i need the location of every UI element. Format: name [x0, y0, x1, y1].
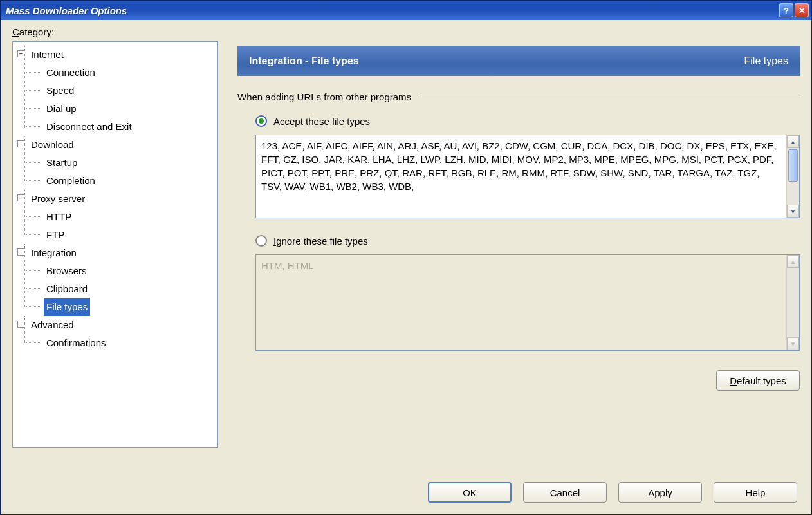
tree-node-ftp[interactable]: FTP — [44, 226, 215, 244]
section-crumb: File types — [744, 55, 788, 67]
scrollbar[interactable]: ▲ ▼ — [786, 135, 799, 218]
tree-node-confirmations[interactable]: Confirmations — [44, 334, 215, 352]
tree-node-clipboard[interactable]: Clipboard — [44, 280, 215, 298]
radio-icon[interactable] — [255, 115, 267, 127]
radio-ignore-label: Ignore these file types — [273, 236, 368, 247]
tree-node-dialup[interactable]: Dial up — [44, 100, 215, 118]
scroll-track[interactable] — [787, 183, 799, 205]
default-types-button[interactable]: Default types — [716, 370, 800, 391]
collapse-icon[interactable]: − — [17, 140, 24, 147]
group-label: When adding URLs from other programs — [237, 91, 411, 102]
group-label-row: When adding URLs from other programs — [237, 91, 800, 102]
scroll-up-icon[interactable]: ▲ — [787, 135, 799, 148]
ok-button[interactable]: OK — [428, 482, 512, 503]
main-row: − Internet Connection Speed Dial up Disc… — [12, 41, 800, 472]
tree-node-browsers[interactable]: Browsers — [44, 262, 215, 280]
scroll-up-icon: ▲ — [787, 255, 799, 268]
scroll-thumb[interactable] — [788, 149, 798, 182]
collapse-icon[interactable]: − — [17, 194, 24, 201]
tree-node-integration[interactable]: − Integration — [15, 244, 215, 262]
tree-node-startup[interactable]: Startup — [44, 154, 215, 172]
radio-accept-label: Accept these file types — [273, 116, 370, 127]
help-icon[interactable]: ? — [779, 3, 793, 17]
ignore-textbox-wrap: HTM, HTML ▲ ▼ — [255, 254, 800, 351]
collapse-icon[interactable]: − — [17, 50, 24, 57]
titlebar: Mass Downloader Options ? ✕ — [1, 1, 811, 20]
scroll-down-icon[interactable]: ▼ — [787, 205, 799, 218]
content-panel: Integration - File types File types When… — [237, 41, 800, 472]
radio-icon[interactable] — [255, 235, 267, 247]
section-title: Integration - File types — [249, 55, 744, 67]
scroll-down-icon: ▼ — [787, 337, 799, 350]
radio-ignore[interactable]: Ignore these file types — [255, 235, 800, 247]
titlebar-buttons: ? ✕ — [779, 3, 809, 17]
tree-node-internet[interactable]: − Internet — [15, 46, 215, 64]
collapse-icon[interactable]: − — [17, 321, 24, 328]
section-header: Integration - File types File types — [237, 46, 800, 76]
tree-node-connection[interactable]: Connection — [44, 64, 215, 82]
options-window: Mass Downloader Options ? ✕ Category: − … — [0, 0, 812, 515]
tree-node-advanced[interactable]: − Advanced — [15, 316, 215, 334]
category-tree[interactable]: − Internet Connection Speed Dial up Disc… — [12, 41, 218, 448]
dialog-buttons: OK Cancel Apply Help — [12, 472, 800, 514]
scrollbar-disabled: ▲ ▼ — [786, 255, 799, 350]
window-title: Mass Downloader Options — [6, 5, 779, 16]
help-button[interactable]: Help — [714, 482, 797, 503]
divider — [418, 97, 800, 97]
accept-textbox-wrap: 123, ACE, AIF, AIFC, AIFF, AIN, ARJ, ASF… — [255, 135, 800, 218]
tree-node-proxy[interactable]: − Proxy server — [15, 190, 215, 208]
scroll-track — [787, 268, 799, 337]
apply-button[interactable]: Apply — [618, 482, 702, 503]
tree-node-speed[interactable]: Speed — [44, 82, 215, 100]
close-icon[interactable]: ✕ — [795, 3, 809, 17]
tree-node-http[interactable]: HTTP — [44, 208, 215, 226]
tree-node-filetypes[interactable]: File types — [44, 298, 215, 316]
tree-node-completion[interactable]: Completion — [44, 172, 215, 190]
radio-accept[interactable]: Accept these file types — [255, 115, 800, 127]
category-label: Category: — [12, 26, 800, 37]
accept-textbox[interactable]: 123, ACE, AIF, AIFC, AIFF, AIN, ARJ, ASF… — [256, 135, 786, 218]
ignore-textbox: HTM, HTML — [256, 255, 786, 350]
tree-node-download[interactable]: − Download — [15, 136, 215, 154]
tree-node-disconnect[interactable]: Disconnect and Exit — [44, 118, 215, 136]
collapse-icon[interactable]: − — [17, 248, 24, 256]
dialog-body: Category: − Internet Connection Speed — [1, 20, 811, 514]
cancel-button[interactable]: Cancel — [523, 482, 607, 503]
